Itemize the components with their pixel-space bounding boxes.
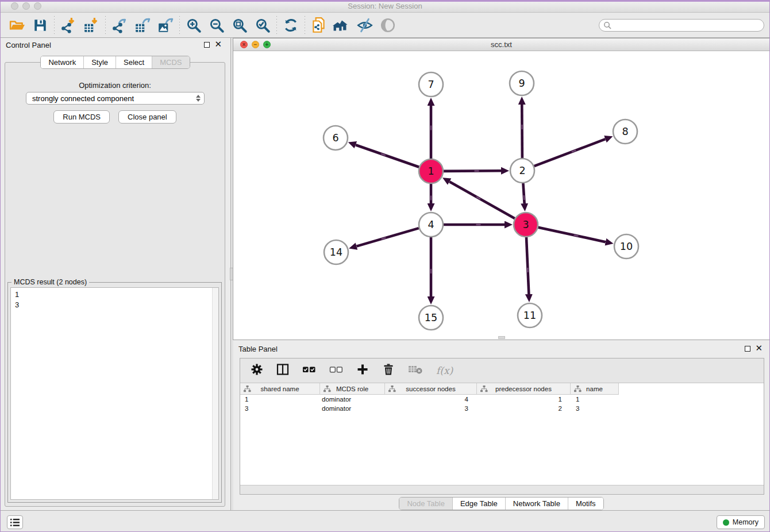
graph-node-15[interactable]: 15 bbox=[419, 306, 443, 330]
mcds-result-area[interactable]: 1 3 bbox=[10, 287, 219, 500]
graph-node-6[interactable]: 6 bbox=[324, 126, 348, 150]
delete-column-icon[interactable] bbox=[382, 363, 395, 378]
column-header-predecessor-nodes[interactable]: predecessor nodes bbox=[477, 383, 571, 395]
clone-network-icon[interactable] bbox=[307, 15, 330, 36]
export-network-icon[interactable] bbox=[108, 15, 131, 36]
tab-mcds[interactable]: MCDS bbox=[152, 56, 189, 68]
edge-label bbox=[430, 196, 432, 201]
bird-eye-view-icon[interactable] bbox=[376, 15, 399, 36]
criterion-select[interactable]: strongly connected component bbox=[26, 92, 205, 105]
window-title: Session: New Session bbox=[0, 2, 770, 10]
node-label: 4 bbox=[428, 219, 434, 230]
table-row[interactable]: 3dominator323 bbox=[240, 404, 764, 413]
node-label: 11 bbox=[523, 310, 536, 321]
network-canvas[interactable]: 7968124314101511 bbox=[233, 51, 769, 340]
edge-1-2[interactable] bbox=[444, 171, 501, 171]
cell-name: 1 bbox=[571, 395, 619, 404]
save-session-icon[interactable] bbox=[29, 15, 52, 36]
toolbar-separator bbox=[105, 16, 106, 34]
graph-node-9[interactable]: 9 bbox=[510, 71, 534, 95]
resize-grip-icon[interactable] bbox=[498, 336, 505, 339]
select-chevrons-icon bbox=[196, 95, 201, 102]
add-column-icon[interactable] bbox=[356, 363, 369, 378]
search-input[interactable] bbox=[611, 20, 764, 30]
tab-style[interactable]: Style bbox=[84, 56, 116, 68]
select-all-icon[interactable] bbox=[302, 363, 316, 378]
float-panel-icon[interactable] bbox=[204, 42, 210, 48]
edge-2-8[interactable] bbox=[534, 139, 606, 166]
open-file-icon[interactable] bbox=[6, 15, 29, 36]
edge-label bbox=[521, 125, 522, 129]
close-panel-button[interactable]: Close panel bbox=[118, 110, 176, 124]
edge-3-1[interactable] bbox=[449, 182, 515, 218]
edge-3-11[interactable] bbox=[526, 237, 529, 294]
table-tabs: Node TableEdge TableNetwork TableMotifs bbox=[399, 497, 603, 510]
graph-node-1[interactable]: 1 bbox=[419, 159, 443, 183]
node-label: 6 bbox=[332, 132, 338, 144]
delete-table-icon[interactable] bbox=[408, 364, 423, 377]
edge-2-9[interactable] bbox=[522, 105, 522, 158]
column-header-name[interactable]: name bbox=[571, 383, 619, 395]
import-table-icon[interactable] bbox=[80, 15, 103, 36]
zoom-in-icon[interactable] bbox=[182, 15, 205, 36]
run-mcds-button[interactable]: Run MCDS bbox=[53, 110, 110, 124]
column-header-MCDS-role[interactable]: MCDS role bbox=[320, 383, 385, 395]
close-panel-icon[interactable]: ✕ bbox=[755, 343, 763, 353]
import-network-icon[interactable] bbox=[57, 15, 80, 36]
graph-node-10[interactable]: 10 bbox=[614, 234, 638, 259]
close-panel-icon[interactable]: ✕ bbox=[214, 39, 222, 49]
task-history-button[interactable] bbox=[7, 515, 23, 529]
tab-network-table[interactable]: Network Table bbox=[506, 498, 568, 510]
toolbar-separator bbox=[54, 16, 55, 34]
tab-node-table[interactable]: Node Table bbox=[399, 498, 453, 510]
zoom-fit-icon[interactable] bbox=[228, 15, 251, 36]
tab-select[interactable]: Select bbox=[116, 56, 152, 68]
edge-label bbox=[527, 268, 529, 272]
column-header-successor-nodes[interactable]: successor nodes bbox=[385, 383, 477, 395]
float-panel-icon[interactable] bbox=[745, 346, 750, 352]
edge-label bbox=[430, 269, 432, 273]
list-icon bbox=[10, 518, 20, 527]
table-bottom-strip bbox=[240, 485, 764, 494]
edge-3-10[interactable] bbox=[538, 228, 605, 242]
cell-MCDS-role: dominator bbox=[320, 395, 385, 404]
control-panel-tabs: NetworkStyleSelectMCDS bbox=[40, 56, 190, 69]
toolbar-separator bbox=[305, 16, 305, 34]
tab-network[interactable]: Network bbox=[41, 56, 84, 68]
table-body: 1dominator4113dominator323 bbox=[240, 395, 764, 485]
mcds-result-text: 1 3 bbox=[11, 288, 218, 310]
export-image-icon[interactable] bbox=[154, 15, 177, 36]
refresh-icon[interactable] bbox=[279, 15, 302, 36]
gear-icon[interactable] bbox=[251, 363, 263, 378]
search-field[interactable] bbox=[599, 19, 764, 32]
split-view-icon[interactable] bbox=[276, 363, 289, 378]
memory-button[interactable]: Memory bbox=[717, 515, 765, 529]
graph-node-2[interactable]: 2 bbox=[510, 159, 534, 183]
edge-4-14[interactable] bbox=[357, 228, 419, 246]
cell-successor-nodes: 3 bbox=[385, 404, 477, 413]
graph-node-3[interactable]: 3 bbox=[514, 213, 538, 237]
graph-node-11[interactable]: 11 bbox=[518, 303, 542, 327]
show-all-networks-icon[interactable] bbox=[330, 15, 353, 36]
result-scrollbar[interactable] bbox=[212, 288, 218, 499]
node-label: 10 bbox=[620, 241, 633, 252]
deselect-all-icon[interactable] bbox=[329, 363, 343, 378]
hide-graphics-details-icon[interactable] bbox=[353, 15, 376, 36]
zoom-selected-icon[interactable] bbox=[251, 15, 274, 36]
graph-node-8[interactable]: 8 bbox=[613, 119, 637, 144]
export-table-icon[interactable] bbox=[131, 15, 154, 36]
table-row[interactable]: 1dominator411 bbox=[240, 395, 764, 404]
tab-motifs[interactable]: Motifs bbox=[568, 498, 603, 510]
edge-2-3[interactable] bbox=[523, 183, 524, 203]
edge-1-6[interactable] bbox=[356, 145, 419, 167]
graph-node-14[interactable]: 14 bbox=[324, 240, 348, 264]
memory-status-icon bbox=[723, 519, 729, 526]
column-header-shared-name[interactable]: shared name bbox=[240, 383, 320, 395]
toolbar-separator bbox=[276, 16, 277, 34]
graph-node-7[interactable]: 7 bbox=[419, 72, 443, 97]
graph-node-4[interactable]: 4 bbox=[419, 213, 443, 237]
tab-edge-table[interactable]: Edge Table bbox=[453, 498, 506, 510]
function-builder-icon[interactable]: f(x) bbox=[436, 365, 453, 376]
zoom-out-icon[interactable] bbox=[205, 15, 228, 36]
edge-label bbox=[474, 170, 479, 171]
